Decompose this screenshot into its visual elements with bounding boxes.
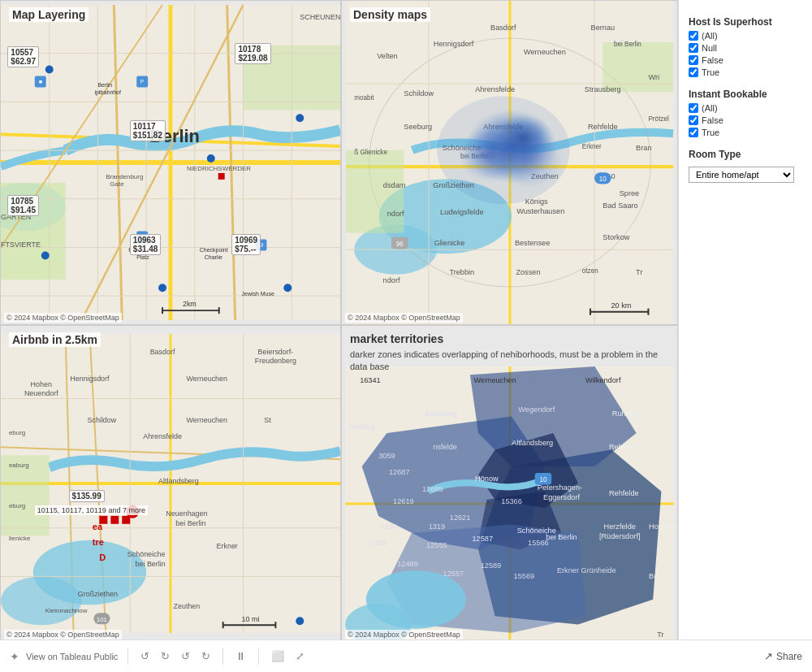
density-map-panel: Density maps xyxy=(341,0,678,325)
svg-text:Neuendorf: Neuendorf xyxy=(24,389,58,397)
svg-text:Altlandsberg: Altlandsberg xyxy=(158,477,199,485)
svg-text:Schildow: Schildow xyxy=(88,416,117,424)
superhost-all-checkbox[interactable] xyxy=(689,31,698,41)
share-label: Share xyxy=(776,651,802,662)
svg-text:lienicke: lienicke xyxy=(9,535,31,542)
svg-text:Petershagen-: Petershagen- xyxy=(538,483,582,492)
svg-text:96: 96 xyxy=(396,241,404,248)
svg-text:Bernau: Bernau xyxy=(591,24,615,32)
svg-text:ndorf: ndorf xyxy=(387,210,404,218)
svg-text:12557: 12557 xyxy=(443,570,464,578)
airbnb-label-d: D xyxy=(99,553,106,562)
bookable-true-row[interactable]: True xyxy=(689,128,802,137)
svg-text:Erkner: Erkner xyxy=(582,143,602,150)
price-label-10969: 10969$75.-- xyxy=(231,234,261,255)
svg-text:eburg: eburg xyxy=(9,502,25,509)
svg-text:Rehfelde: Rehfelde xyxy=(609,489,639,497)
density-title: Density maps xyxy=(350,7,430,22)
svg-text:Schöneiche: Schöneiche xyxy=(127,550,166,558)
superhost-true-checkbox[interactable] xyxy=(689,67,698,77)
svg-text:Schildow: Schildow xyxy=(404,89,434,98)
svg-text:■: ■ xyxy=(39,79,42,85)
svg-text:Berlin: Berlin xyxy=(97,82,112,88)
svg-text:Ruhlsdorf: Ruhlsdorf xyxy=(612,410,645,418)
svg-text:Werneuchen: Werneuchen xyxy=(474,376,516,384)
superhost-null-label: Null xyxy=(702,43,717,53)
svg-text:2km: 2km xyxy=(183,300,197,308)
pause-icon[interactable]: ⏸ xyxy=(233,648,248,665)
airbnb-price-cluster: $135.99 xyxy=(69,490,105,502)
svg-text:Charlie: Charlie xyxy=(205,254,222,260)
bookable-true-checkbox[interactable] xyxy=(689,128,698,137)
svg-text:nsfelde: nsfelde xyxy=(433,443,457,451)
redo-map-icon[interactable]: ↻ xyxy=(199,648,213,665)
svg-text:Ahrensfelde: Ahrensfelde xyxy=(143,432,182,440)
map-layering-panel: Map Layering xyxy=(0,0,341,325)
superhost-true-label: True xyxy=(702,67,719,77)
svg-text:bei Berlin: bei Berlin xyxy=(546,533,577,541)
superhost-true-row[interactable]: True xyxy=(689,67,802,77)
bookable-all-row[interactable]: (All) xyxy=(689,103,802,113)
svg-point-49 xyxy=(283,284,292,292)
svg-text:15569: 15569 xyxy=(514,572,535,580)
svg-text:12489: 12489 xyxy=(397,560,418,568)
svg-text:St: St xyxy=(264,416,271,424)
svg-text:Blumberg: Blumberg xyxy=(425,410,456,418)
bookable-false-checkbox[interactable] xyxy=(689,115,698,125)
svg-text:20 km: 20 km xyxy=(611,301,632,310)
svg-text:Erkner Grünheide: Erkner Grünheide xyxy=(557,566,616,574)
svg-text:Altlandsberg: Altlandsberg xyxy=(512,439,553,447)
map-attribution-layering: © 2024 Mapbox © OpenStreetMap xyxy=(4,313,122,323)
svg-text:12621: 12621 xyxy=(450,514,471,522)
bookable-all-checkbox[interactable] xyxy=(689,103,698,113)
svg-point-158 xyxy=(296,617,304,625)
svg-point-46 xyxy=(207,154,215,163)
svg-text:1459: 1459 xyxy=(370,539,387,547)
toolbar-separator-3 xyxy=(258,648,259,665)
svg-text:eaburg: eaburg xyxy=(9,462,29,469)
view-on-tableau-label: View on Tableau Public xyxy=(26,652,118,661)
superhost-null-checkbox[interactable] xyxy=(689,43,698,53)
svg-text:Wusterhausen: Wusterhausen xyxy=(516,207,564,215)
price-label-10557: 10557$62.97 xyxy=(7,46,39,67)
map-attribution-airbnb: © 2024 Mapbox © OpenStreetMap xyxy=(4,630,122,639)
market-description: darker zones indicates overlapping of ne… xyxy=(350,349,659,374)
svg-text:Bad Saaro: Bad Saaro xyxy=(603,202,637,210)
redo-icon[interactable]: ↻ xyxy=(158,648,172,665)
svg-text:ndorf: ndorf xyxy=(383,276,400,284)
expand-icon[interactable]: ⤢ xyxy=(293,648,307,665)
superhost-all-row[interactable]: (All) xyxy=(689,31,802,41)
bookable-false-row[interactable]: False xyxy=(689,115,802,125)
superhost-null-row[interactable]: Null xyxy=(689,43,802,53)
svg-rect-154 xyxy=(110,516,119,524)
bottom-toolbar: ✦ View on Tableau Public ↺ ↻ ↺ ↻ ⏸ ⬜ ⤢ ↗… xyxy=(0,639,812,672)
airbnb-label-tre: tre xyxy=(93,537,104,547)
svg-text:1319: 1319 xyxy=(429,522,445,531)
svg-text:Brandenburg: Brandenburg xyxy=(106,173,143,180)
svg-text:Wegendorf: Wegendorf xyxy=(518,405,555,414)
svg-text:12687: 12687 xyxy=(389,468,410,476)
view-on-tableau-link[interactable]: View on Tableau Public xyxy=(26,652,118,661)
svg-text:0318: 0318 xyxy=(380,522,396,531)
svg-text:[Rüdersdorf]: [Rüdersdorf] xyxy=(599,532,641,540)
toolbar-separator-2 xyxy=(222,648,223,665)
svg-text:P: P xyxy=(140,79,145,85)
svg-text:Tr: Tr xyxy=(636,268,642,276)
svg-text:Rehfelde: Rehfelde xyxy=(609,443,639,451)
svg-text:Werneuchen: Werneuchen xyxy=(187,416,228,424)
superhost-false-row[interactable]: False xyxy=(689,55,802,65)
svg-text:otzen: otzen xyxy=(582,267,598,275)
undo-map-icon[interactable]: ↺ xyxy=(179,648,192,665)
share-button[interactable]: ↗ Share xyxy=(764,650,802,662)
superhost-false-checkbox[interactable] xyxy=(689,55,698,65)
map-attribution-density: © 2024 Mapbox © OpenStreetMap xyxy=(345,313,463,323)
svg-text:Gate: Gate xyxy=(110,180,124,188)
frame-icon[interactable]: ⬜ xyxy=(269,648,287,665)
svg-text:Zossen: Zossen xyxy=(516,268,540,276)
svg-text:Seeburg: Seeburg xyxy=(404,123,432,131)
svg-text:Hennigsdorf: Hennigsdorf xyxy=(434,40,474,48)
svg-text:Zeuthen: Zeuthen xyxy=(174,602,201,610)
room-type-select[interactable]: Entire home/apt Private room Shared room… xyxy=(689,167,794,183)
undo-icon[interactable]: ↺ xyxy=(138,648,152,665)
svg-point-45 xyxy=(296,114,304,122)
